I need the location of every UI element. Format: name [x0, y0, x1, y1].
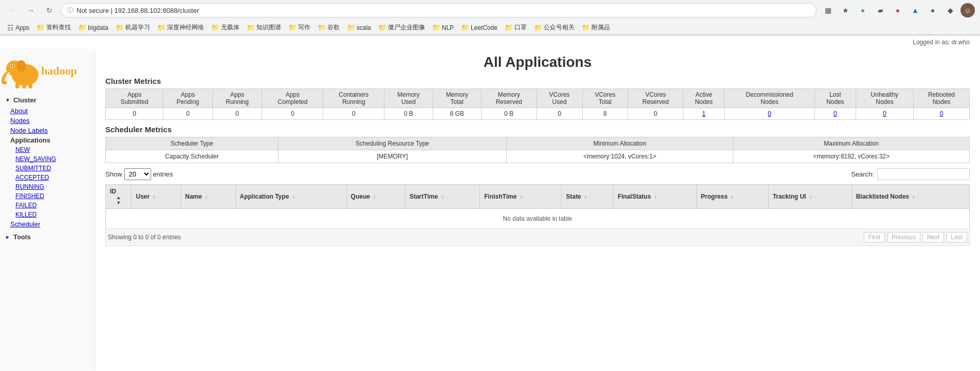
cluster-label: Cluster — [13, 96, 36, 104]
bookmark-label-5: 无载体 — [221, 23, 239, 32]
back-button[interactable]: ← — [5, 3, 20, 17]
profile-icon[interactable]: ☺ — [960, 3, 975, 17]
bookmark-google[interactable]: 📁 谷歌 — [315, 22, 343, 33]
folder-icon-7: 📁 — [288, 24, 297, 31]
val-memory-used: 0 B — [384, 108, 433, 120]
bookmark-jiangshibiz[interactable]: 📁 僵尸企业图像 — [375, 22, 428, 33]
tracking-sort-icon: ↕ — [809, 194, 812, 200]
app-col-state[interactable]: State ↕ — [562, 185, 613, 209]
app-col-finishtime[interactable]: FinishTime ↕ — [480, 185, 562, 209]
decommissioned-nodes-link[interactable]: 0 — [768, 110, 771, 117]
val-apps-completed: 0 — [262, 108, 323, 120]
entries-label: entries — [153, 170, 173, 178]
val-apps-submitted: 0 — [106, 108, 163, 120]
rebooted-nodes-link[interactable]: 0 — [940, 110, 944, 117]
bookmark-label-13: 口罩 — [514, 23, 527, 32]
sidebar-failed-link[interactable]: FAILED — [0, 201, 95, 210]
sidebar-about-link[interactable]: About — [0, 106, 95, 116]
table-controls: Show 10 20 50 100 entries Search: — [105, 168, 970, 180]
bookmark-wuzaiti[interactable]: 📁 无载体 — [208, 22, 243, 33]
extension-icon-1[interactable]: ● — [856, 3, 870, 17]
pagination-buttons: First Previous Next Last — [864, 232, 967, 242]
col-vcores-total: VCoresTotal — [582, 89, 628, 108]
bookmark-xiezuo[interactable]: 📁 写作 — [285, 22, 313, 33]
extension-icon-3[interactable]: ● — [891, 3, 905, 17]
app-col-user[interactable]: User ↕ — [132, 185, 181, 209]
sidebar-killed-link[interactable]: KILLED — [0, 210, 95, 219]
reload-button[interactable]: ↻ — [42, 3, 57, 17]
show-label: Show — [105, 170, 122, 178]
bookmark-jiqixuexi[interactable]: 📁 机器学习 — [113, 22, 153, 33]
app-col-finalstatus[interactable]: FinalStatus ↕ — [613, 185, 696, 209]
extension-icon-2[interactable]: ▰ — [873, 3, 887, 17]
sidebar-nodes-link[interactable]: Nodes — [0, 116, 95, 126]
app-col-id[interactable]: ID ▲▼ — [106, 185, 132, 209]
main-layout: hadoop hadoop ▼ Cluster About Nodes Node… — [0, 49, 980, 370]
next-button[interactable]: Next — [922, 232, 945, 242]
bookmark-label-9: scala — [357, 24, 371, 31]
bookmark-zhishitupu[interactable]: 📁 知识图谱 — [244, 22, 284, 33]
col-containers-running: ContainersRunning — [323, 89, 384, 108]
folder-icon-14: 📁 — [534, 24, 542, 31]
cluster-section-header[interactable]: ▼ Cluster — [0, 94, 95, 106]
search-input[interactable] — [877, 168, 970, 180]
app-col-starttime[interactable]: StartTime ↕ — [405, 185, 479, 209]
bookmark-apps-icon[interactable]: ☷ Apps — [4, 23, 32, 33]
tools-section-header[interactable]: ► Tools — [0, 231, 95, 243]
no-data-row: No data available in table — [106, 209, 970, 229]
col-memory-total: MemoryTotal — [433, 89, 481, 108]
bookmark-ziliaozhao[interactable]: 📁 资料查找 — [33, 22, 74, 33]
extension-icon-6[interactable]: ◆ — [943, 3, 957, 17]
active-nodes-link[interactable]: 1 — [702, 110, 706, 117]
bookmark-star-icon[interactable]: ★ — [838, 3, 853, 17]
val-lost-nodes[interactable]: 0 — [815, 108, 856, 120]
bookmark-scala[interactable]: 📁 scala — [344, 23, 374, 32]
extension-icon-4[interactable]: ▲ — [908, 3, 922, 17]
screen-cast-icon[interactable]: ▦ — [821, 3, 835, 17]
extension-icon-5[interactable]: ● — [926, 3, 940, 17]
bookmark-kouzhao[interactable]: 📁 口罩 — [502, 22, 530, 33]
last-button[interactable]: Last — [946, 232, 967, 242]
val-decommissioned-nodes[interactable]: 0 — [724, 108, 815, 120]
previous-button[interactable]: Previous — [887, 232, 920, 242]
address-bar[interactable]: ⓘ Not secure | 192.168.88.102:8088/clust… — [61, 3, 817, 17]
queue-sort-icon: ↕ — [373, 194, 376, 200]
sidebar-submitted-link[interactable]: SUBMITTED — [0, 164, 95, 173]
app-col-progress[interactable]: Progress ↕ — [696, 185, 768, 209]
sched-val-max-alloc: <memory:8192, vCores:32> — [733, 150, 970, 163]
lost-nodes-link[interactable]: 0 — [834, 110, 837, 117]
app-col-blacklisted[interactable]: Blacklisted Nodes ↕ — [852, 185, 969, 209]
sidebar-scheduler-link[interactable]: Scheduler — [0, 219, 95, 229]
app-col-type[interactable]: Application Type ↕ — [235, 185, 346, 209]
cluster-metrics-table: AppsSubmitted AppsPending AppsRunning Ap… — [105, 89, 970, 120]
bookmark-fushupin[interactable]: 📁 附属品 — [579, 22, 613, 33]
first-button[interactable]: First — [864, 232, 885, 242]
sidebar-new-link[interactable]: NEW — [0, 145, 95, 154]
val-unhealthy-nodes[interactable]: 0 — [856, 108, 913, 120]
bookmark-shendushen[interactable]: 📁 深度神经网络 — [154, 22, 207, 33]
entries-select[interactable]: 10 20 50 100 — [124, 168, 151, 180]
sidebar-running-link[interactable]: RUNNING — [0, 182, 95, 191]
id-sort-arrows: ▲▼ — [110, 195, 127, 205]
app-col-name[interactable]: Name ↕ — [181, 185, 235, 209]
app-col-tracking[interactable]: Tracking UI ↕ — [768, 185, 852, 209]
sidebar-accepted-link[interactable]: ACCEPTED — [0, 173, 95, 182]
forward-button[interactable]: → — [24, 3, 38, 17]
bookmark-gongzhong[interactable]: 📁 公众号相关 — [531, 22, 578, 33]
bookmark-bigdata[interactable]: 📁 bigdata — [75, 23, 111, 32]
sidebar-new-saving-link[interactable]: NEW_SAVING — [0, 154, 95, 164]
bookmark-label-2: bigdata — [88, 24, 108, 31]
app-col-queue[interactable]: Queue ↕ — [346, 185, 405, 209]
val-rebooted-nodes[interactable]: 0 — [913, 108, 969, 120]
val-memory-total: 8 GB — [433, 108, 481, 120]
val-active-nodes[interactable]: 1 — [683, 108, 725, 120]
bookmark-leetcode[interactable]: 📁 LeetCode — [458, 23, 501, 32]
bookmark-label-6: 知识图谱 — [256, 23, 281, 32]
bookmark-nlp[interactable]: 📁 NLP — [429, 23, 457, 32]
sidebar-node-labels-link[interactable]: Node Labels — [0, 126, 95, 135]
unhealthy-nodes-link[interactable]: 0 — [883, 110, 886, 117]
folder-icon-11: 📁 — [432, 24, 440, 31]
sched-col-max-alloc: Maximum Allocation — [733, 137, 970, 150]
bookmark-label-8: 谷歌 — [327, 23, 340, 32]
sidebar-finished-link[interactable]: FINISHED — [0, 191, 95, 201]
